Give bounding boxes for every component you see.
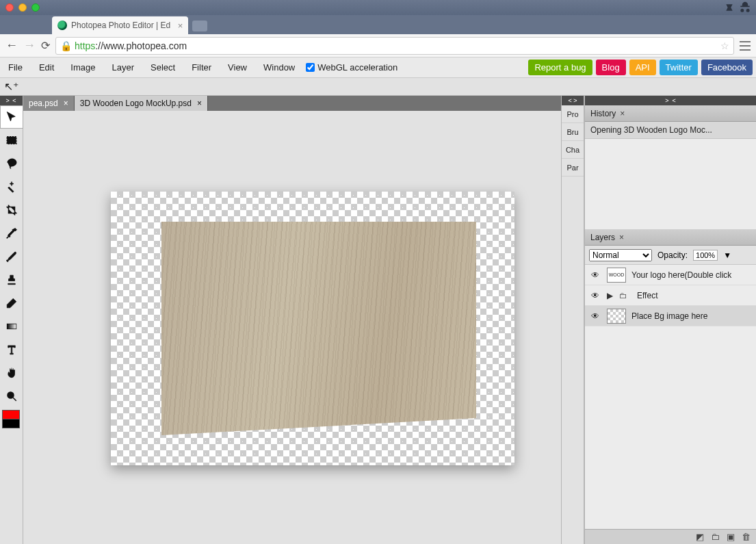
mini-tab-bru[interactable]: Bru	[562, 123, 584, 141]
canvas-viewport[interactable]	[23, 111, 561, 544]
history-panel-tab[interactable]: History ×	[585, 105, 756, 122]
reload-button[interactable]: ⟳	[41, 39, 50, 52]
document-tab-label: 3D Wooden Logo MockUp.psd	[80, 99, 192, 108]
layer-thumb: WOOD	[607, 268, 626, 283]
history-item[interactable]: Opening 3D Wooden Logo Moc...	[585, 122, 756, 139]
color-swatches[interactable]	[0, 408, 23, 430]
layers-options: Normal Opacity: 100% ▼	[585, 246, 756, 265]
svg-rect-0	[7, 137, 16, 144]
window-titlebar	[0, 0, 756, 15]
menu-image[interactable]: Image	[62, 62, 103, 73]
mini-tab-par[interactable]: Par	[562, 159, 584, 177]
menu-select[interactable]: Select	[142, 62, 183, 73]
webgl-label: WebGL acceleration	[317, 62, 397, 73]
mini-tab-cha[interactable]: Cha	[562, 141, 584, 159]
facebook-button[interactable]: Facebook	[701, 60, 753, 75]
layers-list: 👁 WOOD Your logo here(Double click 👁 ▶ 🗀…	[585, 265, 756, 529]
menu-file[interactable]: File	[0, 62, 31, 73]
close-icon[interactable]: ×	[620, 109, 625, 118]
tool-eyedropper[interactable]	[0, 222, 23, 245]
new-folder-icon[interactable]: 🗀	[711, 532, 720, 542]
document-tab-label: pea.psd	[29, 99, 58, 108]
layer-mask-icon[interactable]: ◩	[696, 532, 704, 542]
background-swatch[interactable]	[2, 419, 20, 428]
tool-marquee[interactable]	[0, 129, 23, 152]
layer-row[interactable]: 👁 ▶ 🗀 Effect	[585, 285, 756, 306]
opacity-value[interactable]: 100%	[693, 250, 718, 261]
bookmark-star-icon[interactable]: ☆	[720, 40, 729, 51]
mini-tab-pro[interactable]: Pro	[562, 105, 584, 123]
chrome-menu-button[interactable]	[740, 41, 751, 51]
visibility-toggle-icon[interactable]: 👁	[589, 291, 601, 300]
svg-point-2	[8, 392, 14, 398]
webgl-toggle[interactable]: WebGL acceleration	[306, 62, 397, 73]
browser-toolbar: ← → ⟳ 🔒 https://www.photopea.com ☆	[0, 34, 756, 57]
document-tab[interactable]: 3D Wooden Logo MockUp.psd ×	[75, 96, 208, 111]
tool-brush[interactable]	[0, 245, 23, 268]
close-icon[interactable]: ×	[178, 21, 183, 31]
tool-options-bar: ↖⁺	[0, 78, 756, 96]
canvas[interactable]	[111, 192, 514, 465]
opacity-slider-icon[interactable]: ▼	[723, 250, 731, 260]
layer-name: Place Bg image here	[631, 311, 707, 321]
delete-layer-icon[interactable]: 🗑	[742, 532, 751, 542]
document-tab[interactable]: pea.psd ×	[23, 96, 75, 111]
tool-crop[interactable]	[0, 198, 23, 222]
visibility-toggle-icon[interactable]: 👁	[589, 311, 601, 321]
layer-name: Your logo here(Double click	[631, 270, 731, 280]
new-layer-icon[interactable]: ▣	[727, 532, 735, 542]
new-tab-button[interactable]	[192, 21, 207, 31]
back-button[interactable]: ←	[5, 38, 18, 53]
panel-grip[interactable]: > <	[585, 96, 756, 105]
history-title: History	[590, 109, 616, 118]
window-close-button[interactable]	[5, 3, 14, 12]
tool-wand[interactable]	[0, 175, 23, 198]
mini-grip[interactable]: < >	[562, 96, 584, 105]
tool-zoom[interactable]	[0, 385, 23, 408]
layer-row[interactable]: 👁 WOOD Your logo here(Double click	[585, 265, 756, 285]
layer-thumb	[607, 309, 626, 324]
api-button[interactable]: API	[629, 60, 656, 75]
document-area: pea.psd × 3D Wooden Logo MockUp.psd ×	[23, 96, 561, 544]
tool-hand[interactable]	[0, 361, 23, 385]
menu-edit[interactable]: Edit	[31, 62, 62, 73]
history-panel: Opening 3D Wooden Logo Moc...	[585, 122, 756, 229]
layer-row[interactable]: 👁 Place Bg image here	[585, 306, 756, 326]
menu-filter[interactable]: Filter	[183, 62, 220, 73]
tool-move[interactable]	[0, 105, 23, 129]
window-zoom-button[interactable]	[31, 3, 40, 12]
expand-icon[interactable]: ▶	[607, 291, 614, 300]
menu-layer[interactable]: Layer	[104, 62, 143, 73]
layers-title: Layers	[590, 233, 615, 242]
tool-text[interactable]	[0, 338, 23, 361]
close-icon[interactable]: ×	[64, 99, 68, 108]
window-minimize-button[interactable]	[18, 3, 27, 12]
report-bug-button[interactable]: Report a bug	[528, 60, 592, 75]
blend-mode-select[interactable]: Normal	[589, 249, 652, 261]
blog-button[interactable]: Blog	[596, 60, 626, 75]
foreground-swatch[interactable]	[2, 410, 20, 419]
close-icon[interactable]: ×	[197, 99, 202, 108]
visibility-toggle-icon[interactable]: 👁	[589, 270, 601, 280]
tool-stamp[interactable]	[0, 268, 23, 292]
tool-eraser[interactable]	[0, 292, 23, 315]
tool-lasso[interactable]	[0, 152, 23, 175]
layers-footer: ◩ 🗀 ▣ 🗑	[585, 529, 756, 544]
menu-view[interactable]: View	[220, 62, 255, 73]
browser-tab[interactable]: Photopea Photo Editor | Ed ×	[52, 16, 188, 34]
toolbox-grip[interactable]: > <	[0, 96, 23, 105]
layer-name: Effect	[637, 291, 657, 300]
twitter-button[interactable]: Twitter	[660, 60, 698, 75]
browser-tab-title: Photopea Photo Editor | Ed	[71, 21, 170, 30]
url-rest: ://www.photopea.com	[95, 40, 187, 51]
close-icon[interactable]: ×	[619, 233, 624, 242]
opacity-label: Opacity:	[657, 250, 688, 260]
webgl-checkbox[interactable]	[306, 63, 315, 72]
address-bar[interactable]: 🔒 https://www.photopea.com ☆	[55, 37, 734, 55]
incognito-indicator	[725, 0, 752, 15]
menu-window[interactable]: Window	[255, 62, 303, 73]
browser-tabstrip: Photopea Photo Editor | Ed ×	[0, 15, 756, 34]
tool-gradient[interactable]	[0, 315, 23, 338]
layers-panel-tab[interactable]: Layers ×	[585, 229, 756, 246]
forward-button[interactable]: →	[23, 38, 36, 53]
